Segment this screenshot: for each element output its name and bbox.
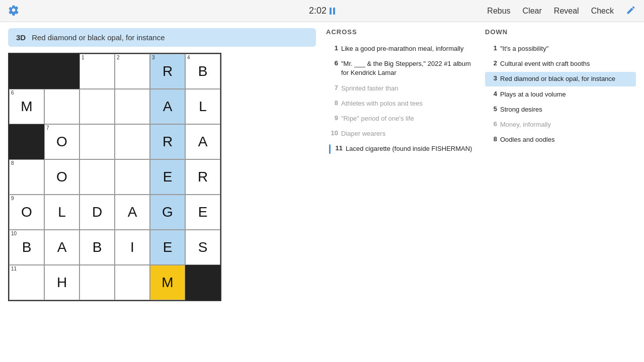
cell-letter: R	[198, 170, 208, 184]
main: 3D Red diamond or black opal, for instan…	[0, 22, 644, 362]
across-clue-item[interactable]: 8Athletes with polos and tees	[326, 97, 477, 111]
grid-cell[interactable]: L	[44, 195, 79, 230]
across-clue-item[interactable]: 11Laced cigarette (found inside FISHERMA…	[326, 142, 477, 156]
cell-letter: A	[128, 205, 137, 219]
active-clue-number: 3D	[16, 33, 26, 42]
cell-letter: O	[56, 135, 67, 149]
grid-cell[interactable]: M	[150, 265, 185, 300]
grid-cell[interactable]: 10B	[9, 230, 44, 265]
down-column: DOWN 1"It's a possibility"2Cultural even…	[485, 28, 636, 356]
grid-cell[interactable]: A	[115, 195, 150, 230]
grid-cell[interactable]: 11	[9, 265, 44, 300]
cell-letter: L	[58, 205, 66, 219]
grid-cell[interactable]	[9, 124, 44, 159]
cell-letter: E	[198, 205, 208, 219]
down-clue-item[interactable]: 3Red diamond or black opal, for instance	[485, 72, 636, 86]
cell-letter: B	[198, 64, 208, 78]
down-clue-item[interactable]: 5Strong desires	[485, 103, 636, 117]
clue-number: 3	[488, 74, 497, 83]
topbar-left	[8, 5, 19, 18]
gear-icon[interactable]	[8, 5, 19, 18]
clue-number: 1	[488, 44, 497, 53]
crossword-grid[interactable]: 123R4B6MAL7ORA8OER9OLDAGE10BABIES11HM	[8, 53, 221, 301]
cell-number: 9	[11, 196, 14, 201]
topbar-right: Rebus Clear Reveal Check	[487, 5, 636, 17]
grid-cell[interactable]	[79, 89, 115, 124]
pause-icon[interactable]	[330, 8, 335, 15]
down-clue-item[interactable]: 6Money, informally	[485, 118, 636, 132]
grid-cell[interactable]	[44, 54, 79, 89]
check-button[interactable]: Check	[591, 7, 614, 16]
grid-cell[interactable]: 8	[9, 159, 44, 195]
across-clue-item[interactable]: 6"Mr. ___ & the Big Steppers," 2022 #1 a…	[326, 57, 477, 80]
grid-cell[interactable]: 4B	[185, 54, 220, 89]
grid-cell[interactable]	[185, 265, 220, 300]
down-clue-item[interactable]: 8Oodles and oodles	[485, 133, 636, 147]
grid-cell[interactable]	[9, 54, 44, 89]
cell-number: 6	[11, 90, 14, 96]
grid-cell[interactable]: I	[115, 230, 150, 265]
grid-cell[interactable]: E	[150, 159, 185, 195]
grid-cell[interactable]	[79, 159, 115, 195]
clue-number: 1	[329, 44, 338, 53]
grid-cell[interactable]	[79, 265, 115, 300]
grid-cell[interactable]: D	[79, 195, 115, 230]
clue-number: 8	[329, 99, 338, 108]
grid-cell[interactable]: O	[44, 159, 79, 195]
grid-cell[interactable]: L	[185, 89, 220, 124]
cell-letter: D	[92, 205, 102, 219]
grid-cell[interactable]: 3R	[150, 54, 185, 89]
grid-cell[interactable]: R	[185, 159, 220, 195]
across-clue-item[interactable]: 7Sprinted faster than	[326, 81, 477, 96]
grid-cell[interactable]: 9O	[9, 195, 44, 230]
grid-cell[interactable]: E	[185, 195, 220, 230]
timer-value: 2:02	[309, 6, 327, 16]
rebus-button[interactable]: Rebus	[487, 7, 510, 16]
grid-cell[interactable]: H	[44, 265, 79, 300]
grid-cell[interactable]	[79, 124, 115, 159]
grid-cell[interactable]: A	[185, 124, 220, 159]
grid-cell[interactable]: G	[150, 195, 185, 230]
clue-description: Sprinted faster than	[341, 84, 398, 93]
grid-cell[interactable]: 1	[79, 54, 115, 89]
cell-number: 4	[187, 55, 190, 60]
down-clue-item[interactable]: 1"It's a possibility"	[485, 42, 636, 56]
across-clue-item[interactable]: 9"Ripe" period of one's life	[326, 112, 477, 126]
cell-number: 11	[11, 266, 17, 272]
cell-letter: E	[163, 240, 173, 254]
cell-number: 3	[152, 55, 155, 60]
grid-cell[interactable]	[115, 124, 150, 159]
cell-letter: M	[21, 100, 32, 114]
cell-letter: E	[163, 170, 173, 184]
right-panel: ACROSS 1Like a good pre-marathon meal, i…	[322, 22, 644, 362]
topbar: 2:02 Rebus Clear Reveal Check	[0, 0, 644, 22]
cell-letter: B	[93, 240, 102, 254]
pencil-icon[interactable]	[626, 5, 636, 17]
grid-cell[interactable]	[115, 159, 150, 195]
reveal-button[interactable]: Reveal	[554, 7, 579, 16]
grid-cell[interactable]	[115, 89, 150, 124]
grid-cell[interactable]	[115, 265, 150, 300]
across-clue-item[interactable]: 1Like a good pre-marathon meal, informal…	[326, 42, 477, 56]
grid-cell[interactable]	[44, 89, 79, 124]
clue-description: Laced cigarette (found inside FISHERMAN)	[346, 144, 472, 153]
grid-cell[interactable]: B	[79, 230, 115, 265]
across-clue-item[interactable]: 10Diaper wearers	[326, 127, 477, 141]
down-clue-item[interactable]: 4Plays at a loud volume	[485, 87, 636, 102]
clue-number: 8	[488, 135, 497, 144]
grid-cell[interactable]: A	[44, 230, 79, 265]
down-clue-item[interactable]: 2Cultural event with craft booths	[485, 57, 636, 71]
grid-cell[interactable]: 2	[115, 54, 150, 89]
clue-number: 10	[329, 129, 338, 138]
grid-cell[interactable]: 6M	[9, 89, 44, 124]
cell-letter: R	[163, 64, 173, 78]
cell-number: 7	[46, 126, 49, 131]
grid-cell[interactable]: 7O	[44, 124, 79, 159]
grid-cell[interactable]: R	[150, 124, 185, 159]
cell-number: 2	[117, 55, 120, 60]
clear-button[interactable]: Clear	[523, 7, 542, 16]
grid-cell[interactable]: S	[185, 230, 220, 265]
grid-cell[interactable]: A	[150, 89, 185, 124]
grid-cell[interactable]: E	[150, 230, 185, 265]
cell-letter: H	[57, 276, 67, 290]
